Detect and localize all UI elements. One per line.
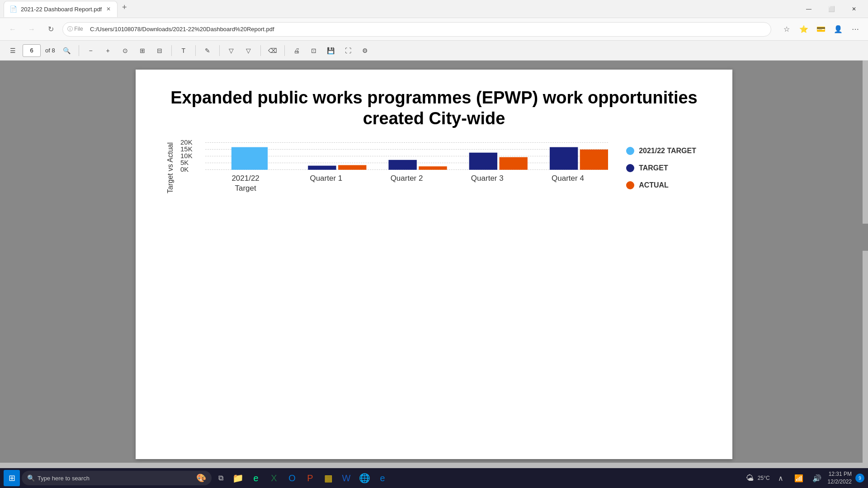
zoom-out-button[interactable]: − xyxy=(84,43,98,58)
time-display: 12:31 PM xyxy=(828,470,852,478)
fullscreen-button[interactable]: ⛶ xyxy=(341,43,355,58)
excel-icon: X xyxy=(271,473,277,483)
powerpoint-icon: P xyxy=(307,473,313,483)
taskbar-powerpoint[interactable]: P xyxy=(302,470,318,486)
volume-icon[interactable]: 🔊 xyxy=(810,471,824,485)
taskbar-powerbi[interactable]: ▦ xyxy=(320,470,336,486)
vertical-scrollbar[interactable] xyxy=(863,61,868,468)
address-field[interactable]: ⓘ File C:/Users/10108078/Downloads/2021-… xyxy=(62,22,771,37)
chart-inner: 20K 15K 10K 5K 0K xyxy=(178,142,608,193)
zoom-in-button[interactable]: + xyxy=(101,43,115,58)
tab-bar: 📄 2021-22 Dashboard Report.pdf ✕ + xyxy=(4,1,798,17)
bar-q2-actual xyxy=(419,166,447,170)
chart-area: Target vs Actual 20K 15K 10K xyxy=(163,142,705,193)
x-label-q3: Quarter 3 xyxy=(447,174,528,193)
bar-q3-target xyxy=(469,153,497,170)
browser-toolbar-right: ☆ ⭐ 💳 👤 ⋯ xyxy=(779,22,863,37)
content-area: Expanded public works programmes (EPWP) … xyxy=(0,61,868,468)
address-bar: ← → ↻ ⓘ File C:/Users/10108078/Downloads… xyxy=(0,18,868,41)
zoom-fit-button[interactable]: ⊙ xyxy=(118,43,132,58)
fit-page-button[interactable]: ⊞ xyxy=(135,43,150,58)
annotation-button[interactable]: ▽ xyxy=(224,43,239,58)
toolbar-separator-4 xyxy=(219,45,220,56)
bar-q3-actual xyxy=(500,157,528,170)
new-tab-button[interactable]: + xyxy=(118,1,131,14)
x-label-q1: Quarter 1 xyxy=(286,174,366,193)
collections-icon[interactable]: ⭐ xyxy=(797,22,811,37)
refresh-button[interactable]: ↻ xyxy=(43,22,58,37)
start-button[interactable]: ⊞ xyxy=(4,470,20,486)
y-axis-label: Target vs Actual xyxy=(163,142,178,193)
bar-q1-actual xyxy=(338,165,366,170)
task-view-button[interactable]: ⧉ xyxy=(213,471,228,485)
erase-button[interactable]: ⌫ xyxy=(265,43,280,58)
taskbar-search[interactable]: 🔍 Type here to search 🎨 xyxy=(22,471,212,485)
browser-menu-icon[interactable]: ⋯ xyxy=(848,22,863,37)
text-tool-button[interactable]: T xyxy=(176,43,191,58)
explorer-icon: 📁 xyxy=(232,473,244,483)
page-total: of 8 xyxy=(45,47,55,54)
tab-close-button[interactable]: ✕ xyxy=(105,5,112,13)
taskbar-excel[interactable]: X xyxy=(266,470,282,486)
chart-title: Expanded public works programmes (EPWP) … xyxy=(163,88,705,129)
legend-item-actual: ACTUAL xyxy=(626,181,696,189)
edge-new-icon: e xyxy=(380,473,385,483)
taskbar-word[interactable]: W xyxy=(338,470,354,486)
taskbar-explorer[interactable]: 📁 xyxy=(230,470,246,486)
legend-dot-actual xyxy=(626,181,634,189)
taskbar-outlook[interactable]: O xyxy=(284,470,300,486)
taskbar-edge-new[interactable]: e xyxy=(374,470,391,486)
close-button[interactable]: ✕ xyxy=(844,2,864,16)
print-button[interactable]: 🖨 xyxy=(289,43,304,58)
scrollbar-thumb[interactable] xyxy=(863,224,868,251)
chart-legend: 2021/22 TARGET TARGET ACTUAL xyxy=(608,142,705,193)
legend-label-actual: ACTUAL xyxy=(639,181,669,189)
legend-item-target: TARGET xyxy=(626,164,696,172)
bars-svg xyxy=(205,142,608,170)
x-axis-labels: 2021/22Target Quarter 1 Quarter 2 Quarte… xyxy=(205,174,608,193)
taskbar: ⊞ 🔍 Type here to search 🎨 ⧉ 📁 e X O P ▦ … xyxy=(0,468,868,488)
bar-q2-target xyxy=(388,160,416,170)
taskbar-search-icon: 🔍 xyxy=(27,474,35,482)
legend-label-target2122: 2021/22 TARGET xyxy=(639,147,696,155)
settings-button[interactable]: ⚙ xyxy=(358,43,373,58)
address-input[interactable]: ⓘ File C:/Users/10108078/Downloads/2021-… xyxy=(62,22,771,37)
pdf-icon: 📄 xyxy=(9,5,17,13)
network-icon[interactable]: 📶 xyxy=(792,471,806,485)
tab-title: 2021-22 Dashboard Report.pdf xyxy=(21,6,102,13)
active-tab[interactable]: 📄 2021-22 Dashboard Report.pdf ✕ xyxy=(4,1,118,17)
pdf-toolbar: ☰ 6 of 8 🔍 − + ⊙ ⊞ ⊟ T ✎ ▽ ▽ ⌫ 🖨 ⊡ 💾 ⛶ ⚙ xyxy=(0,41,868,61)
favorites-icon[interactable]: ☆ xyxy=(779,22,794,37)
taskbar-cortana-icon: 🎨 xyxy=(196,473,206,483)
minimize-button[interactable]: — xyxy=(798,2,819,16)
save-button[interactable]: 💾 xyxy=(324,43,338,58)
forward-button[interactable]: → xyxy=(24,22,39,37)
outlook-icon: O xyxy=(288,473,296,483)
maximize-button[interactable]: ⬜ xyxy=(821,2,842,16)
toolbar-separator-5 xyxy=(260,45,261,56)
profile-icon[interactable]: 👤 xyxy=(831,22,845,37)
save-copy-button[interactable]: ⊡ xyxy=(307,43,321,58)
highlight-button[interactable]: ▽ xyxy=(241,43,256,58)
taskbar-clock[interactable]: 12:31 PM 12/2/2022 xyxy=(828,470,852,486)
taskbar-search-text: Type here to search xyxy=(38,475,90,482)
legend-item-target2122: 2021/22 TARGET xyxy=(626,147,696,155)
taskbar-chrome[interactable]: 🌐 xyxy=(356,470,373,486)
search-pdf-button[interactable]: 🔍 xyxy=(60,43,74,58)
x-label-q4: Quarter 4 xyxy=(528,174,608,193)
two-page-button[interactable]: ⊟ xyxy=(152,43,167,58)
browser-wallet-icon[interactable]: 💳 xyxy=(814,22,828,37)
draw-tool-button[interactable]: ✎ xyxy=(200,43,215,58)
address-info-icon: ⓘ File xyxy=(67,25,83,33)
tray-icons[interactable]: ∧ xyxy=(774,471,788,485)
bar-target2122 xyxy=(231,147,268,170)
legend-dot-target xyxy=(626,164,634,172)
weather-icon: 🌤 xyxy=(746,474,754,483)
horizontal-scrollbar[interactable] xyxy=(0,463,863,468)
back-button[interactable]: ← xyxy=(5,22,20,37)
page-number-input[interactable]: 6 xyxy=(23,44,41,57)
sidebar-toggle-button[interactable]: ☰ xyxy=(5,43,20,58)
word-icon: W xyxy=(342,473,351,483)
notification-badge[interactable]: 9 xyxy=(855,474,864,483)
taskbar-edge[interactable]: e xyxy=(248,470,264,486)
